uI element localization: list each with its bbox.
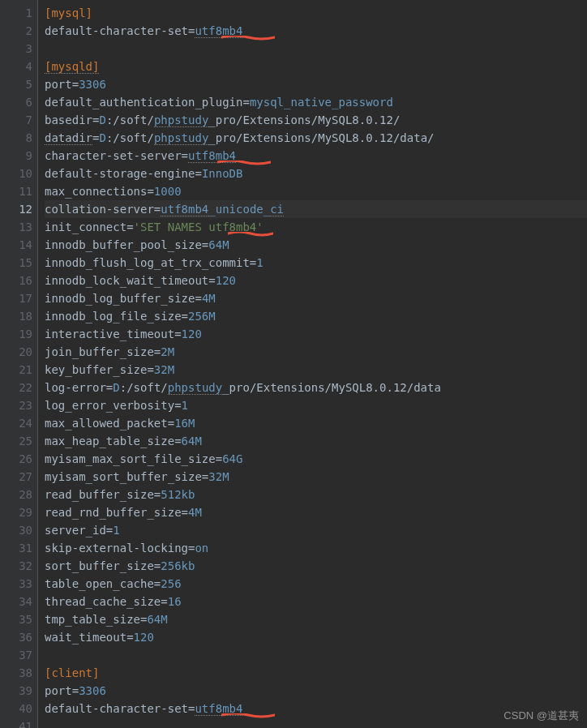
line-number: 18 bbox=[0, 307, 32, 325]
code-token: D bbox=[113, 381, 119, 394]
line-number: 31 bbox=[0, 539, 32, 557]
code-line[interactable]: port=3306 bbox=[45, 682, 587, 700]
code-token: 1000 bbox=[154, 185, 182, 198]
line-number: 10 bbox=[0, 165, 32, 182]
code-token: _pro/Extensions/MySQL8.0.12/ bbox=[208, 113, 400, 126]
code-token: myisam_max_sort_file_size= bbox=[45, 452, 222, 465]
code-line[interactable]: tmp_table_size=64M bbox=[45, 610, 587, 628]
line-number: 37 bbox=[0, 646, 32, 664]
code-line[interactable]: basedir=D:/soft/phpstudy_pro/Extensions/… bbox=[45, 111, 587, 129]
code-line[interactable]: read_rnd_buffer_size=4M bbox=[45, 503, 587, 521]
code-token: basedir= bbox=[45, 113, 99, 126]
code-token: 1 bbox=[182, 399, 188, 412]
code-line[interactable] bbox=[45, 40, 587, 58]
code-token: init_connect= bbox=[45, 221, 134, 233]
line-number-gutter: 1234567891011121314151617181920212223242… bbox=[0, 0, 37, 728]
code-line[interactable]: thread_cache_size=16 bbox=[45, 593, 587, 610]
code-line[interactable]: wait_timeout=120 bbox=[45, 628, 587, 646]
line-number: 1 bbox=[0, 4, 32, 22]
code-line[interactable]: innodb_log_file_size=256M bbox=[45, 307, 587, 325]
code-line[interactable]: default_authentication_plugin=mysql_nati… bbox=[45, 93, 587, 111]
code-token: datadir bbox=[45, 131, 92, 145]
code-token: _pro/Extensions/MySQL8.0.12/data bbox=[222, 381, 441, 394]
code-token: 32M bbox=[208, 470, 229, 483]
code-line[interactable]: log_error_verbosity=1 bbox=[45, 396, 587, 414]
code-token: on bbox=[195, 542, 208, 555]
code-token: log-error= bbox=[45, 381, 113, 394]
code-line[interactable]: character-set-server=utf8mb4 bbox=[45, 147, 587, 165]
code-line[interactable]: join_buffer_size=2M bbox=[45, 343, 587, 361]
code-line[interactable]: interactive_timeout=120 bbox=[45, 325, 587, 343]
line-number: 19 bbox=[0, 325, 32, 343]
code-line[interactable]: [mysqld] bbox=[45, 58, 587, 75]
code-token: 4M bbox=[202, 292, 216, 305]
code-token: phpstudy bbox=[168, 381, 222, 395]
code-line[interactable]: read_buffer_size=512kb bbox=[45, 486, 587, 503]
code-line[interactable]: [client] bbox=[45, 664, 587, 682]
line-number: 28 bbox=[0, 486, 32, 503]
code-line[interactable]: datadir=D:/soft/phpstudy_pro/Extensions/… bbox=[45, 129, 587, 147]
line-number: 17 bbox=[0, 289, 32, 307]
line-number: 41 bbox=[0, 717, 32, 728]
code-token: 256 bbox=[161, 577, 181, 590]
code-line[interactable]: table_open_cache=256 bbox=[45, 575, 587, 593]
code-token: table_open_cache= bbox=[45, 577, 161, 590]
code-token: default-character-set= bbox=[45, 24, 195, 37]
line-number: 11 bbox=[0, 182, 32, 200]
code-token: tmp_table_size= bbox=[45, 613, 147, 626]
code-line[interactable]: max_heap_table_size=64M bbox=[45, 432, 587, 450]
line-number: 13 bbox=[0, 218, 32, 236]
code-line[interactable]: max_allowed_packet=16M bbox=[45, 414, 587, 432]
code-token: read_buffer_size= bbox=[45, 488, 161, 501]
code-line[interactable]: innodb_buffer_pool_size=64M bbox=[45, 236, 587, 254]
code-line[interactable]: server_id=1 bbox=[45, 521, 587, 539]
code-token: sort_buffer_size= bbox=[45, 559, 161, 572]
code-token: 32M bbox=[154, 363, 174, 376]
code-line[interactable]: myisam_sort_buffer_size=32M bbox=[45, 468, 587, 486]
code-line[interactable]: init_connect='SET NAMES utf8mb4' bbox=[45, 218, 587, 236]
line-number: 3 bbox=[0, 40, 32, 58]
code-token: max_heap_table_size= bbox=[45, 435, 182, 448]
line-number: 30 bbox=[0, 521, 32, 539]
code-token: mysql_native_password bbox=[250, 96, 393, 109]
code-line[interactable]: innodb_flush_log_at_trx_commit=1 bbox=[45, 254, 587, 272]
code-token: 256kb bbox=[161, 559, 195, 572]
code-token: default-storage-engine= bbox=[45, 167, 202, 180]
code-line[interactable]: innodb_lock_wait_timeout=120 bbox=[45, 272, 587, 289]
code-token: 2M bbox=[161, 345, 174, 358]
line-number: 2 bbox=[0, 22, 32, 40]
code-line[interactable]: key_buffer_size=32M bbox=[45, 361, 587, 379]
code-token: D bbox=[99, 131, 105, 144]
code-editor: 1234567891011121314151617181920212223242… bbox=[0, 0, 587, 728]
code-token: 64M bbox=[182, 435, 202, 448]
code-token: 512kb bbox=[161, 488, 195, 501]
code-line[interactable]: [mysql] bbox=[45, 4, 587, 22]
code-line[interactable]: sort_buffer_size=256kb bbox=[45, 557, 587, 575]
code-line[interactable] bbox=[45, 646, 587, 664]
line-number: 32 bbox=[0, 557, 32, 575]
code-token: [mysqld] bbox=[45, 60, 99, 74]
line-number: 23 bbox=[0, 396, 32, 414]
code-token: InnoDB bbox=[202, 167, 243, 180]
code-token: max_connections= bbox=[45, 185, 154, 198]
code-token: utf8mb4 bbox=[161, 203, 208, 216]
code-token: innodb_log_buffer_size= bbox=[45, 292, 202, 305]
line-number: 8 bbox=[0, 129, 32, 147]
code-token: innodb_flush_log_at_trx_commit= bbox=[45, 256, 256, 269]
code-token: :/soft/ bbox=[106, 113, 154, 126]
code-token: 120 bbox=[134, 631, 154, 644]
code-token: wait_timeout= bbox=[45, 631, 134, 644]
code-line[interactable]: port=3306 bbox=[45, 75, 587, 93]
line-number: 33 bbox=[0, 575, 32, 593]
code-line[interactable]: collation-server=utf8mb4_unicode_ci bbox=[45, 200, 587, 218]
code-line[interactable]: default-character-set=utf8mb4 bbox=[45, 22, 587, 40]
code-token: 16M bbox=[174, 417, 195, 430]
code-line[interactable]: log-error=D:/soft/phpstudy_pro/Extension… bbox=[45, 379, 587, 396]
code-line[interactable]: max_connections=1000 bbox=[45, 182, 587, 200]
code-area[interactable]: [mysql]default-character-set=utf8mb4[mys… bbox=[37, 0, 587, 728]
code-line[interactable]: innodb_log_buffer_size=4M bbox=[45, 289, 587, 307]
code-line[interactable]: skip-external-locking=on bbox=[45, 539, 587, 557]
code-line[interactable]: default-storage-engine=InnoDB bbox=[45, 165, 587, 182]
code-line[interactable]: myisam_max_sort_file_size=64G bbox=[45, 450, 587, 468]
line-number: 12 bbox=[0, 200, 32, 218]
